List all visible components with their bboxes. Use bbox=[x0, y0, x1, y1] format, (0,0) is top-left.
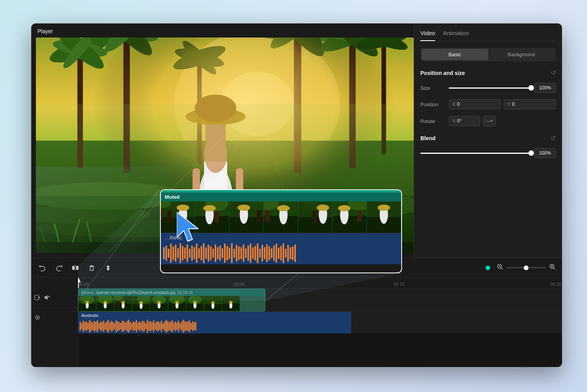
audio-track-controls bbox=[31, 308, 78, 328]
popup-wave-bar bbox=[264, 247, 265, 259]
wave-bar bbox=[111, 321, 112, 332]
svg-point-98 bbox=[140, 303, 143, 309]
blend-value[interactable]: 100% bbox=[534, 148, 556, 158]
wave-bar bbox=[180, 323, 181, 329]
wave-bar bbox=[173, 323, 174, 330]
zoom-slider[interactable] bbox=[507, 267, 546, 268]
size-value[interactable]: 100% bbox=[534, 83, 556, 93]
time-marker-10: 00:10 bbox=[393, 282, 404, 287]
position-x-label: X bbox=[452, 102, 455, 107]
tab-animation[interactable]: Animation bbox=[443, 30, 469, 41]
blend-title: Blend bbox=[420, 135, 436, 141]
wave-bar bbox=[153, 320, 154, 332]
panel-tabs: Video Animation bbox=[420, 30, 556, 41]
popup-wave-bar bbox=[180, 243, 181, 263]
link-button[interactable]: —• bbox=[483, 116, 496, 127]
wave-bar bbox=[145, 323, 146, 329]
svg-point-121 bbox=[229, 303, 233, 309]
wave-bar bbox=[109, 323, 110, 330]
svg-rect-51 bbox=[205, 120, 226, 161]
split-button[interactable] bbox=[70, 263, 80, 273]
wave-bar bbox=[80, 322, 81, 330]
svg-rect-62 bbox=[91, 265, 92, 266]
blend-slider-thumb[interactable] bbox=[528, 150, 534, 156]
video-mute-button[interactable] bbox=[43, 294, 51, 303]
rotate-label: Rotate bbox=[420, 118, 446, 124]
sub-tab-basic[interactable]: Basic bbox=[422, 49, 488, 60]
wave-bar bbox=[156, 321, 157, 331]
popup-video-track: Muted bbox=[161, 190, 401, 233]
wave-bar bbox=[194, 323, 195, 330]
rotate-x-input[interactable]: X 0° bbox=[449, 116, 480, 126]
bottom-area: 00:00 00:05 00:10 00:15 Muted spenser-se… bbox=[31, 258, 562, 367]
zoom-out-button[interactable] bbox=[496, 263, 503, 272]
video-track-icon bbox=[34, 294, 41, 302]
wave-bar bbox=[161, 321, 162, 332]
clip-duration: 00:08:06 bbox=[178, 290, 193, 295]
audio-clip[interactable]: Aesthetic bbox=[78, 312, 351, 333]
wave-bar bbox=[120, 323, 121, 330]
zoom-in-button[interactable] bbox=[549, 263, 556, 272]
wave-bar bbox=[158, 321, 159, 331]
redo-button[interactable] bbox=[54, 263, 64, 273]
popup-wave-bar bbox=[222, 248, 223, 258]
popup-wave-bar bbox=[187, 244, 188, 262]
time-marker-5: 00:05 bbox=[234, 282, 245, 287]
position-row: Position X 0 Y 0 bbox=[420, 99, 556, 109]
wave-bar bbox=[186, 322, 187, 330]
playhead[interactable] bbox=[78, 278, 79, 288]
popup-wave-bar bbox=[266, 244, 268, 262]
popup-wave-bar bbox=[226, 246, 228, 260]
delete-button[interactable] bbox=[87, 263, 97, 273]
wave-bar bbox=[100, 321, 101, 331]
clip-filename: spenser-sembrat-dqFRxQAqsb4-unsplash.jpg bbox=[96, 290, 175, 295]
size-slider[interactable] bbox=[449, 87, 531, 89]
position-y-input[interactable]: Y 0 bbox=[504, 99, 556, 109]
video-clip[interactable]: Muted spenser-sembrat-dqFRxQAqsb4-unspla… bbox=[78, 289, 265, 312]
wave-bar bbox=[136, 320, 137, 332]
popup-wave-bar bbox=[196, 244, 197, 262]
svg-point-93 bbox=[122, 303, 125, 309]
svg-point-109 bbox=[175, 301, 179, 303]
wave-bar bbox=[105, 323, 106, 330]
thumb-8 bbox=[204, 296, 222, 311]
wave-bar bbox=[139, 321, 140, 331]
popup-thumb-3 bbox=[229, 201, 264, 233]
popup-wave-bar bbox=[217, 247, 219, 259]
popup-wave-bar bbox=[173, 246, 174, 260]
wave-bar bbox=[106, 321, 107, 331]
audio-waveform bbox=[78, 319, 351, 333]
wave-bar bbox=[169, 322, 170, 330]
blend-slider[interactable] bbox=[420, 153, 531, 154]
undo-button[interactable] bbox=[37, 263, 48, 273]
position-size-reset-icon[interactable]: ↺ bbox=[551, 69, 556, 77]
tab-video[interactable]: Video bbox=[420, 30, 435, 41]
sub-tab-background[interactable]: Background bbox=[488, 49, 555, 60]
svg-point-103 bbox=[158, 303, 161, 309]
wave-bar bbox=[151, 322, 153, 330]
size-slider-thumb[interactable] bbox=[528, 85, 534, 91]
wave-bar bbox=[122, 321, 123, 332]
zoom-slider-thumb[interactable] bbox=[524, 265, 528, 270]
popup-wave-bar bbox=[224, 244, 226, 262]
wave-bar bbox=[150, 321, 151, 332]
transform-button[interactable] bbox=[103, 263, 113, 273]
svg-rect-60 bbox=[90, 267, 93, 271]
popup-wave-bar bbox=[250, 244, 251, 262]
popup-wave-bar bbox=[243, 244, 244, 262]
blend-slider-row: 100% bbox=[420, 148, 556, 158]
wave-bar bbox=[95, 322, 96, 330]
wave-bar bbox=[130, 322, 131, 330]
blend-reset-icon[interactable]: ↺ bbox=[551, 134, 556, 142]
popup-clip-header: Muted bbox=[161, 192, 401, 201]
popup-wave-bar bbox=[269, 246, 270, 260]
popup-wave-bar bbox=[168, 249, 169, 258]
video-track: Muted spenser-sembrat-dqFRxQAqsb4-unspla… bbox=[78, 289, 562, 312]
sub-tabs: Basic Background bbox=[420, 48, 556, 61]
wave-bar bbox=[101, 322, 103, 330]
video-track-controls bbox=[31, 289, 78, 308]
link-icon: —• bbox=[486, 118, 493, 124]
wave-bar bbox=[114, 323, 115, 329]
position-x-input[interactable]: X 0 bbox=[449, 99, 501, 109]
svg-marker-64 bbox=[106, 267, 110, 271]
